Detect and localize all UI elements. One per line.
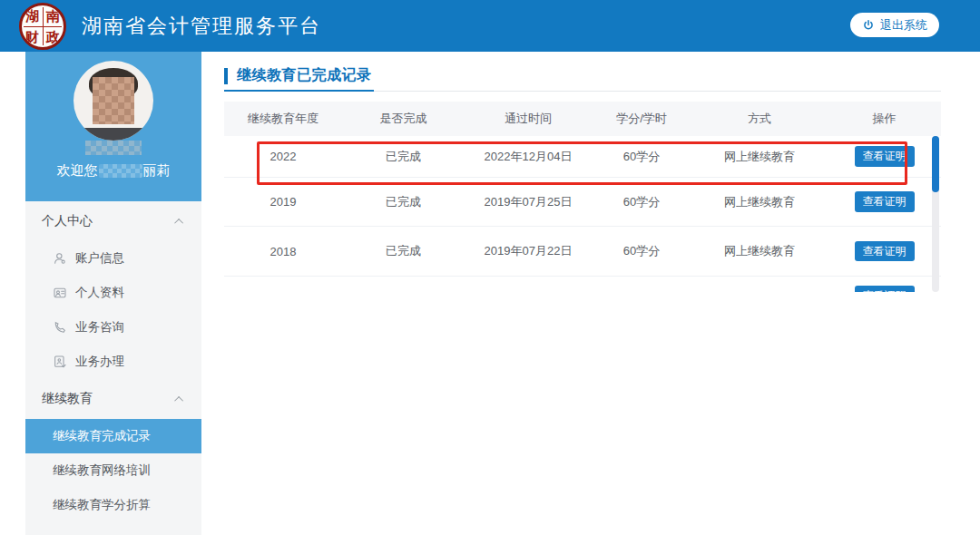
logo-char: 南 xyxy=(43,5,64,26)
cell-year: 2019 xyxy=(224,195,342,209)
col-completed: 是否完成 xyxy=(342,111,465,127)
page-title-row: 继续教育已完成记录 xyxy=(224,66,372,85)
view-cert-button[interactable]: 查看证明 xyxy=(855,241,915,261)
cell-method: 网上继续教育 xyxy=(691,194,828,210)
app-logo-seal-icon: 湖 南 财 政 xyxy=(19,3,66,50)
name-blur-patch xyxy=(99,164,142,178)
sidebar-item-business-handle[interactable]: 业务办理 xyxy=(25,345,201,379)
sidebar-item-label: 继续教育学分折算 xyxy=(53,497,151,513)
chevron-up-icon xyxy=(174,395,183,404)
logout-label: 退出系统 xyxy=(880,17,927,34)
cell-credits: 60学分 xyxy=(592,194,691,210)
table-row-2018: 2018 已完成 2019年07月22日 60学分 网上继续教育 查看证明 xyxy=(224,227,941,277)
col-year: 继续教育年度 xyxy=(224,111,342,127)
sidebar-item-credit-conversion[interactable]: 继续教育学分折算 xyxy=(25,488,201,522)
cell-credits: 60学分 xyxy=(592,243,691,259)
view-cert-button[interactable]: 查看证明 xyxy=(855,146,915,166)
sidebar-item-label: 继续教育完成记录 xyxy=(53,428,151,444)
cell-method: 网上继续教育 xyxy=(691,149,828,165)
sidebar-item-label: 个人资料 xyxy=(75,285,124,301)
col-credits: 学分/学时 xyxy=(592,111,691,127)
sidebar-item-business-consult[interactable]: 业务咨询 xyxy=(25,310,201,345)
sidebar-item-label: 业务办理 xyxy=(75,354,124,370)
title-underline xyxy=(224,91,941,92)
table-body: 2022 已完成 2022年12月04日 60学分 网上继续教育 查看证明 20… xyxy=(224,136,941,292)
cell-credits: 60学分 xyxy=(592,149,691,165)
sidebar-item-label: 继续教育网络培训 xyxy=(53,462,151,479)
avatar-pixelated-face xyxy=(93,77,134,124)
sidebar-item-account-info[interactable]: 账户信息 xyxy=(25,241,201,276)
user-icon xyxy=(53,251,67,266)
chevron-up-icon xyxy=(174,218,183,227)
welcome-prefix: 欢迎您 xyxy=(57,162,98,180)
scrollbar-thumb[interactable] xyxy=(932,136,939,192)
col-actions: 操作 xyxy=(828,111,941,127)
cell-date: 2022年12月04日 xyxy=(465,149,592,165)
logout-button[interactable]: 退出系统 xyxy=(850,13,939,37)
title-accent-bar xyxy=(224,68,228,84)
sidebar-item-personal-profile[interactable]: 个人资料 xyxy=(25,276,201,310)
sidebar-item-online-training[interactable]: 继续教育网络培训 xyxy=(25,453,201,488)
view-cert-button[interactable]: 查看证明 xyxy=(855,286,915,292)
table-row-2022: 2022 已完成 2022年12月04日 60学分 网上继续教育 查看证明 xyxy=(224,136,941,178)
sidebar-item-label: 业务咨询 xyxy=(75,319,124,336)
logo-char: 湖 xyxy=(22,5,43,26)
table-header: 继续教育年度 是否完成 通过时间 学分/学时 方式 操作 xyxy=(224,102,941,136)
cell-status: 已完成 xyxy=(342,149,465,165)
header-bar: 湖 南 财 政 湖南省会计管理服务平台 退出系统 xyxy=(0,0,980,52)
col-pass-date: 通过时间 xyxy=(465,111,592,127)
menu-section-continuing-education[interactable]: 继续教育 xyxy=(25,379,201,419)
avatar-shoulders xyxy=(81,128,146,141)
records-table: 继续教育年度 是否完成 通过时间 学分/学时 方式 操作 2022 已完成 20… xyxy=(224,102,941,292)
welcome-suffix: 丽莉 xyxy=(143,162,171,180)
page-title: 继续教育已完成记录 xyxy=(237,66,372,85)
cell-status: 已完成 xyxy=(342,194,465,210)
cell-status: 已完成 xyxy=(342,243,465,259)
cell-method: 网上继续教育 xyxy=(691,243,828,259)
menu-section-label: 继续教育 xyxy=(42,391,93,407)
sidebar: 欢迎您丽莉 个人中心 账户信息 个人资料 业务咨询 业务办理 继续教育 继续教育… xyxy=(25,52,201,535)
menu-section-personal-center[interactable]: 个人中心 xyxy=(25,201,201,241)
phone-icon xyxy=(53,320,67,335)
avatar xyxy=(74,61,153,141)
app-title: 湖南省会计管理服务平台 xyxy=(82,13,321,40)
cell-date: 2019年07月22日 xyxy=(465,243,592,259)
cell-date: 2019年07月25日 xyxy=(465,194,592,210)
welcome-text: 欢迎您丽莉 xyxy=(25,162,201,180)
logo-char: 财 xyxy=(22,26,43,47)
power-icon xyxy=(862,19,875,32)
view-cert-button[interactable]: 查看证明 xyxy=(855,191,915,211)
logo-char: 政 xyxy=(43,26,64,47)
menu-section-label: 个人中心 xyxy=(42,213,93,229)
sidebar-item-completion-record[interactable]: 继续教育完成记录 xyxy=(25,419,201,453)
col-method: 方式 xyxy=(691,111,828,127)
avatar-mosaic-strip xyxy=(85,141,142,155)
profile-panel: 欢迎您丽莉 xyxy=(25,52,201,201)
table-row-2019: 2019 已完成 2019年07月25日 60学分 网上继续教育 查看证明 xyxy=(224,178,941,227)
cell-year: 2022 xyxy=(224,150,342,163)
sidebar-item-label: 账户信息 xyxy=(75,250,124,267)
cell-year: 2018 xyxy=(224,245,342,258)
id-card-icon xyxy=(53,286,67,300)
table-scrollbar[interactable] xyxy=(932,136,939,292)
document-icon xyxy=(53,355,67,369)
table-row-partial: 查看证明 xyxy=(224,277,941,292)
